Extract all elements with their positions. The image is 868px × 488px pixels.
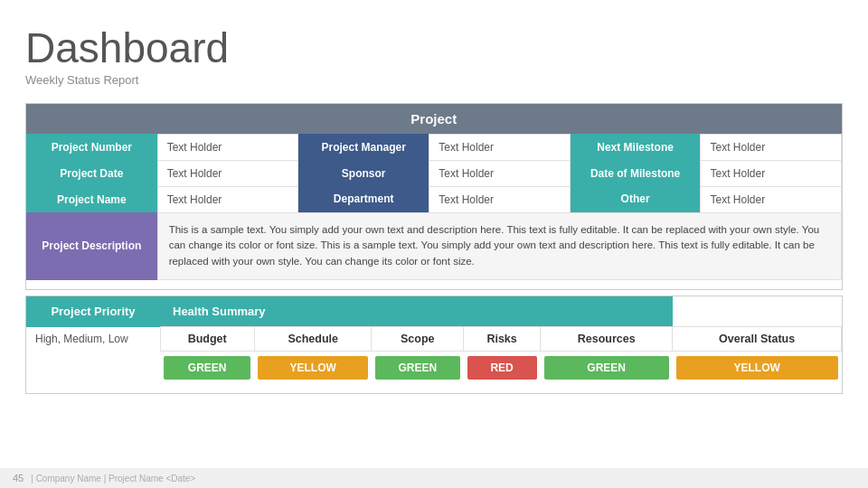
project-header-row: Project bbox=[26, 104, 842, 135]
other-value: Text Holder bbox=[701, 186, 842, 212]
priority-value-cell: High, Medium, Low bbox=[26, 327, 160, 352]
table-row: Project Number Text Holder Project Manag… bbox=[26, 134, 842, 160]
resources-badge-cell: GREEN bbox=[541, 352, 673, 385]
schedule-badge: YELLOW bbox=[258, 356, 368, 380]
overall-status-badge: YELLOW bbox=[676, 356, 838, 380]
project-table-wrapper: Project Project Number Text Holder Proje… bbox=[25, 103, 843, 290]
budget-badge: GREEN bbox=[164, 356, 250, 380]
scope-header: Scope bbox=[372, 327, 464, 352]
description-row: Project Description This is a sample tex… bbox=[26, 212, 842, 279]
scope-badge-cell: GREEN bbox=[372, 352, 464, 385]
scope-badge: GREEN bbox=[375, 356, 460, 380]
resources-header: Resources bbox=[541, 327, 673, 352]
project-date-label: Project Date bbox=[26, 160, 157, 186]
risks-header: Risks bbox=[464, 327, 541, 352]
other-label: Other bbox=[570, 186, 701, 212]
footer-page-number: 45 bbox=[13, 473, 24, 483]
project-name-value: Text Holder bbox=[157, 186, 297, 212]
project-manager-label: Project Manager bbox=[298, 134, 429, 160]
project-name-label: Project Name bbox=[26, 186, 157, 212]
next-milestone-value: Text Holder bbox=[701, 134, 842, 160]
schedule-header: Schedule bbox=[254, 327, 372, 352]
status-header-row: High, Medium, Low Budget Schedule Scope … bbox=[26, 327, 842, 352]
priority-health-row: Project Priority Health Summary bbox=[26, 296, 842, 327]
health-table: Project Priority Health Summary High, Me… bbox=[26, 296, 842, 384]
project-description-label: Project Description bbox=[26, 212, 157, 279]
department-value: Text Holder bbox=[429, 186, 570, 212]
page-title: Dashboard bbox=[25, 25, 843, 71]
health-summary-label: Health Summary bbox=[160, 296, 673, 327]
department-label: Department bbox=[298, 186, 429, 212]
project-table: Project Project Number Text Holder Proje… bbox=[26, 104, 842, 280]
project-description-value: This is a sample text. You simply add yo… bbox=[157, 212, 841, 279]
schedule-badge-cell: YELLOW bbox=[254, 352, 372, 385]
budget-badge-cell: GREEN bbox=[160, 352, 254, 385]
page-subtitle: Weekly Status Report bbox=[25, 73, 843, 87]
project-priority-label: Project Priority bbox=[26, 296, 160, 327]
overall-status-header: Overall Status bbox=[673, 327, 842, 352]
project-date-value: Text Holder bbox=[157, 160, 297, 186]
project-manager-value: Text Holder bbox=[429, 134, 570, 160]
footer-bar: 45 | Company Name | Project Name <Date> bbox=[0, 468, 868, 488]
date-of-milestone-value: Text Holder bbox=[701, 160, 842, 186]
resources-badge: GREEN bbox=[544, 356, 669, 380]
status-value-row: GREEN YELLOW GREEN RED GREEN YELLOW bbox=[26, 352, 842, 385]
project-title-cell: Project bbox=[26, 104, 842, 135]
sponsor-value: Text Holder bbox=[429, 160, 570, 186]
empty-cell bbox=[26, 352, 160, 385]
risks-badge-cell: RED bbox=[464, 352, 541, 385]
table-row: Project Name Text Holder Department Text… bbox=[26, 186, 842, 212]
risks-badge: RED bbox=[467, 356, 537, 380]
footer-company-text: | Company Name | Project Name <Date> bbox=[31, 474, 195, 483]
sponsor-label: Sponsor bbox=[298, 160, 429, 186]
overall-status-badge-cell: YELLOW bbox=[673, 352, 842, 385]
project-number-label: Project Number bbox=[26, 134, 157, 160]
health-wrapper: Project Priority Health Summary High, Me… bbox=[25, 296, 843, 394]
table-row: Project Date Text Holder Sponsor Text Ho… bbox=[26, 160, 842, 186]
next-milestone-label: Next Milestone bbox=[570, 134, 701, 160]
budget-header: Budget bbox=[160, 327, 254, 352]
header-section: Dashboard Weekly Status Report bbox=[25, 25, 843, 87]
date-of-milestone-label: Date of Milestone bbox=[570, 160, 701, 186]
project-number-value: Text Holder bbox=[157, 134, 297, 160]
